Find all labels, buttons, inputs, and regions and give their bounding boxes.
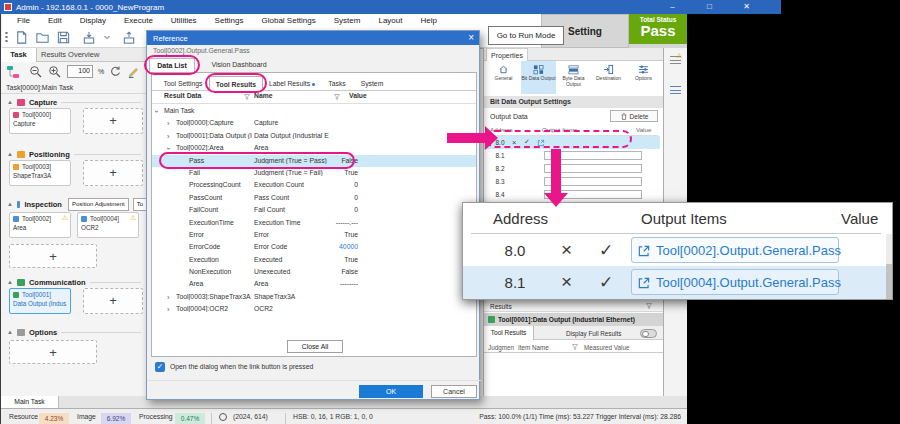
ok-button[interactable]: OK <box>359 385 423 398</box>
toolbar-grip-icon[interactable] <box>5 31 8 43</box>
chevron-right-icon[interactable]: › <box>167 305 170 314</box>
save-icon[interactable] <box>56 30 71 45</box>
cancel-button[interactable]: Cancel <box>431 385 477 398</box>
chevron-down-icon[interactable]: › <box>152 110 161 113</box>
new-file-icon[interactable] <box>14 30 29 45</box>
tree-row-passcount[interactable]: PassCount Pass Count 0 <box>152 192 476 204</box>
zoom-level-input[interactable]: 100 <box>67 65 93 78</box>
output-row-8-1[interactable]: 8.1 <box>484 149 660 162</box>
tab-options[interactable]: Options <box>626 61 661 94</box>
x-mark-icon[interactable]: × <box>561 271 572 293</box>
x-mark-icon[interactable]: × <box>561 239 572 261</box>
tree-row-executiontime[interactable]: ExecutionTime Execution Time ------.--- <box>152 217 476 229</box>
display-full-results-toggle[interactable] <box>640 329 657 338</box>
add-inspection-tool-button[interactable]: + <box>9 244 97 268</box>
chevron-down-icon[interactable] <box>103 33 111 41</box>
menu-system[interactable]: System <box>325 16 370 25</box>
add-option-tool-button[interactable]: + <box>9 340 97 364</box>
menu-utilities[interactable]: Utilities <box>162 16 206 25</box>
subtab-label-results[interactable]: Label Results <box>263 76 321 91</box>
tree-row-tool0003[interactable]: › Tool[0003]:ShapeTrax3A ShapeTrax3A <box>152 291 476 303</box>
tab-task[interactable]: Task <box>1 48 37 62</box>
menu-layout[interactable]: Layout <box>369 16 411 25</box>
result-list-icon[interactable] <box>670 86 681 96</box>
tree-row-failcount[interactable]: FailCount Fail Count 0 <box>152 204 476 216</box>
output-row-8-2[interactable]: 8.2 <box>484 162 660 175</box>
scrollbar-thumb[interactable] <box>886 264 892 299</box>
menu-file[interactable]: File <box>8 16 39 25</box>
go-to-run-mode-button[interactable]: Go to Run Mode <box>488 26 564 45</box>
menu-settings[interactable]: Settings <box>206 16 253 25</box>
subtab-tasks[interactable]: Tasks <box>321 76 353 91</box>
tool-card-area[interactable]: Tool[0002] Area ⚠ <box>9 212 71 238</box>
filter-icon[interactable] <box>334 94 340 100</box>
collapse-icon[interactable]: ▲ <box>7 151 13 157</box>
tab-bit-data-output[interactable]: Bit Data Output <box>521 61 556 94</box>
menu-help[interactable]: Help <box>411 16 445 25</box>
tool-result-header[interactable]: Tool[0001]:Data Output (Industrial Ether… <box>484 313 664 326</box>
tool-card-ocr2[interactable]: Tool[0004] OCR2 ⚠ <box>77 212 139 238</box>
tree-row-errorcode[interactable]: ErrorCode Error Code 40000 <box>152 241 476 253</box>
menu-execute[interactable]: Execute <box>115 16 162 25</box>
tree-row-area[interactable]: Area Area -------- <box>152 278 476 290</box>
tab-destination[interactable]: Destination <box>591 61 626 94</box>
chevron-right-icon[interactable]: › <box>167 119 170 128</box>
check-mark-icon[interactable]: ✓ <box>599 272 613 293</box>
tab-results-overview[interactable]: Results Overview <box>41 48 117 62</box>
position-adjustment-button[interactable]: Position Adjustment <box>68 198 129 211</box>
filter-icon[interactable] <box>646 303 652 309</box>
tree-row-tool0001[interactable]: › Tool[0001]:Data Output (Industrial Dat… <box>152 130 476 142</box>
clipped-button[interactable]: To <box>133 198 147 211</box>
tab-general[interactable]: General <box>486 61 521 94</box>
dialog-titlebar[interactable]: Reference × <box>147 31 479 45</box>
tool-card-shapetrax[interactable]: Tool[0003] ShapeTrax3A <box>9 160 71 186</box>
chevron-right-icon[interactable]: › <box>167 293 170 302</box>
tab-properties[interactable]: Properties <box>486 48 528 61</box>
tree-row-error[interactable]: Error Error True <box>152 229 476 241</box>
zoom-in-icon[interactable] <box>48 65 62 79</box>
tool-card-data-output[interactable]: Tool[0001] Data Output (Indus... <box>9 288 71 314</box>
minimize-icon[interactable]: – <box>664 0 681 14</box>
tree-row-main-task[interactable]: › Main Task <box>152 105 476 117</box>
tree-row-execution[interactable]: Execution Executed True <box>152 254 476 266</box>
filter-icon[interactable] <box>572 344 578 350</box>
open-folder-icon[interactable] <box>35 30 50 45</box>
chevron-down-icon[interactable]: › <box>164 147 173 150</box>
tool-card-capture[interactable]: Tool[0000] Capture <box>9 108 71 134</box>
transfer-to-device-icon[interactable] <box>81 30 97 45</box>
collapse-icon[interactable]: ▲ <box>7 279 13 285</box>
section-communication-header[interactable]: ▲ Communication <box>1 276 147 288</box>
tree-row-tool0000[interactable]: › Tool[0000]:Capture Capture <box>152 117 476 129</box>
output-row-8-3[interactable]: 8.3 <box>484 175 660 188</box>
output-item-link[interactable]: Tool[0002].Output.General.Pass <box>631 237 839 263</box>
menu-display[interactable]: Display <box>71 16 115 25</box>
section-capture-header[interactable]: ▲ Capture <box>1 96 147 108</box>
close-all-button[interactable]: Close All <box>287 340 343 353</box>
edit-pen-icon[interactable] <box>127 65 140 78</box>
tab-tool-results[interactable]: Tool Results <box>484 326 534 340</box>
rotate-icon[interactable] <box>109 65 122 78</box>
flowchart-icon[interactable] <box>6 65 20 79</box>
subtab-tool-settings[interactable]: Tool Settings <box>157 76 209 91</box>
collapse-icon[interactable]: ▲ <box>7 329 13 335</box>
subtab-system[interactable]: System <box>353 76 391 91</box>
open-dialog-checkbox[interactable]: ✓ <box>155 362 165 372</box>
add-capture-tool-button[interactable]: + <box>83 108 143 134</box>
error-list-icon[interactable]: ⚠ <box>670 56 681 66</box>
add-communication-tool-button[interactable]: + <box>83 288 143 314</box>
menu-global-settings[interactable]: Global Settings <box>253 16 325 25</box>
zoom-out-icon[interactable] <box>29 65 43 79</box>
tab-main-task[interactable]: Main Task <box>1 396 59 408</box>
output-item-link[interactable]: Tool[0004].Output.General.Pass <box>631 269 839 295</box>
filter-icon[interactable] <box>244 94 250 100</box>
section-positioning-header[interactable]: ▲ Positioning <box>1 148 147 160</box>
collapse-icon[interactable]: ▲ <box>7 99 13 105</box>
section-inspection-header[interactable]: ▲ Inspection Position Adjustment To <box>1 198 147 210</box>
output-row-8-4[interactable]: 8.4 <box>484 188 660 201</box>
tree-row-nonexecution[interactable]: NonExecution Unexecuted False <box>152 266 476 278</box>
menu-edit[interactable]: Edit <box>39 16 71 25</box>
tab-vision-dashboard[interactable]: Vision Dashboard <box>197 58 281 72</box>
close-icon[interactable]: ✕ <box>738 0 755 14</box>
scrollbar[interactable] <box>886 234 892 299</box>
tab-byte-data-output[interactable]: Byte Data Output <box>556 61 591 94</box>
